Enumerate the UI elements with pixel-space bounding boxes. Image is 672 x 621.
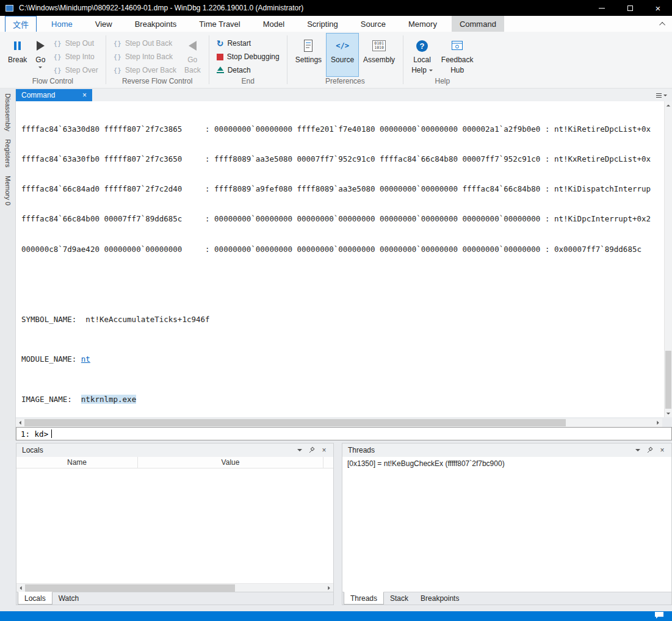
locals-dropdown-button[interactable] [294,445,306,456]
tab-source[interactable]: Source [353,16,394,32]
threads-dropdown-button[interactable] [632,445,644,456]
locals-panel: Locals × Name Value Locals Watch [16,443,334,605]
thread-list-item[interactable]: [0x1350] = nt!KeBugCheckEx (fffff807`2f7… [342,457,671,470]
locals-hscroll-thumb[interactable] [25,584,235,592]
command-output-text: ffffac84`63a30d80 fffff807`2f7c3865 : 00… [21,104,651,417]
tab-stack[interactable]: Stack [384,592,414,605]
go-button[interactable]: Go [31,33,49,77]
settings-button[interactable]: Settings [291,33,326,77]
feedback-chat-button[interactable] [654,611,664,621]
locals-tab-strip: Locals Watch [16,592,333,605]
step-over-back-button[interactable]: {} Step Over Back [110,63,180,77]
go-back-button[interactable]: Go Back [180,33,205,77]
maximize-button[interactable] [616,0,644,16]
tab-locals[interactable]: Locals [18,592,52,605]
locals-hscroll-track[interactable] [25,584,325,592]
restart-button[interactable]: ↻ Restart [213,37,283,50]
go-back-icon [189,41,197,51]
tab-model[interactable]: Model [255,16,292,32]
local-help-button[interactable]: ? Local Help [407,33,437,77]
feedback-hub-button[interactable]: Feedback Hub [437,33,478,77]
group-reverse-flow-control: {} Step Out Back {} Step Into Back {} St… [106,32,209,88]
pin-icon [308,447,316,454]
minimize-button[interactable] [588,0,616,16]
step-over-label: Step Over [65,66,98,74]
sidetab-registers[interactable]: Registers [4,139,12,167]
command-prompt: 1: kd> [21,429,48,439]
step-over-icon: {} [53,66,61,74]
arrow-right-icon [657,421,659,425]
command-tab-bar: Command × [16,89,672,101]
tab-breakpoints[interactable]: Breakpoints [127,16,185,32]
command-vscrollbar[interactable] [664,101,672,417]
locals-close-button[interactable]: × [318,445,330,456]
group-preferences: Settings </> Source 0101 1010 Assembly [287,32,403,88]
scroll-up-button[interactable] [665,101,672,109]
go-label: Go [35,56,45,64]
step-into-back-button[interactable]: {} Step Into Back [110,50,180,63]
stack-line: ffffac84`66c84ad0 fffff807`2f7c2d40 : ff… [21,184,651,194]
local-help-label-line2: Help [411,66,427,74]
image-name-highlight: ntkrnlmp.exe [81,395,136,404]
vscroll-thumb[interactable] [665,351,671,409]
locals-column-value[interactable]: Value [138,457,323,468]
hscroll-track[interactable] [24,418,654,427]
module-name-link[interactable]: nt [81,354,90,364]
restart-label: Restart [227,39,251,48]
scroll-right-button[interactable] [654,418,662,427]
scroll-down-button[interactable] [665,409,672,417]
tab-memory[interactable]: Memory [400,16,445,32]
command-hscrollbar[interactable] [16,418,662,427]
tab-home[interactable]: Home [43,16,81,32]
command-doc-tab[interactable]: Command × [16,89,92,101]
command-tab-label: Command [21,91,55,99]
step-out-back-button[interactable]: {} Step Out Back [110,37,180,50]
sidetab-memory-0[interactable]: Memory 0 [4,176,12,206]
break-button[interactable]: Break [4,33,31,77]
detach-icon [217,66,224,74]
command-input[interactable]: 1: kd> [16,427,672,440]
sidetab-disassembly[interactable]: Disassembly [4,93,12,131]
close-icon: × [660,446,664,454]
assembly-button[interactable]: 0101 1010 Assembly [359,33,399,77]
command-tab-close-icon[interactable]: × [82,92,87,99]
tab-watch[interactable]: Watch [52,592,85,605]
field-module-name: MODULE_NAME: nt [21,354,651,364]
locals-column-name[interactable]: Name [16,457,138,468]
dock-menu-button[interactable] [651,89,672,101]
tab-view[interactable]: View [87,16,120,32]
locals-pin-button[interactable] [306,445,318,456]
locals-scroll-left-button[interactable] [16,584,25,592]
source-button[interactable]: </> Source [326,33,359,77]
group-end: ↻ Restart Stop Debugging Detach End [209,32,287,88]
stop-debugging-button[interactable]: Stop Debugging [213,50,283,63]
step-out-button[interactable]: {} Step Out [49,37,101,50]
locals-scroll-right-button[interactable] [325,584,333,592]
tab-file[interactable]: 文件 [5,16,37,32]
group-help: ? Local Help Feedback Hub Help [403,32,481,88]
tab-command[interactable]: Command [452,16,504,32]
locals-column-empty [323,457,333,468]
command-window: Command × ffffac84`63a30d80 fffff807`2f7… [16,89,672,440]
threads-close-button[interactable]: × [656,445,668,456]
detach-button[interactable]: Detach [213,63,283,77]
assembly-label: Assembly [363,56,395,64]
tab-breakpoints-panel[interactable]: Breakpoints [414,592,465,605]
arrow-left-icon [20,586,21,589]
hscroll-thumb[interactable] [24,419,566,426]
arrow-right-icon [328,586,330,589]
ribbon-collapse-button[interactable] [654,16,672,32]
tab-time-travel[interactable]: Time Travel [191,16,248,32]
threads-pin-button[interactable] [644,445,656,456]
maximize-icon [627,5,633,11]
scroll-left-button[interactable] [16,418,24,427]
menu-icon [656,93,662,98]
close-button[interactable]: × [644,0,672,16]
step-over-button[interactable]: {} Step Over [49,63,101,77]
status-bar [0,611,672,621]
step-into-button[interactable]: {} Step Into [49,50,101,63]
tab-scripting[interactable]: Scripting [299,16,346,32]
tab-threads[interactable]: Threads [344,592,384,605]
locals-hscrollbar[interactable] [16,583,333,592]
threads-panel: Threads × [0x1350] = nt!KeBugCheckEx (ff… [342,443,672,605]
